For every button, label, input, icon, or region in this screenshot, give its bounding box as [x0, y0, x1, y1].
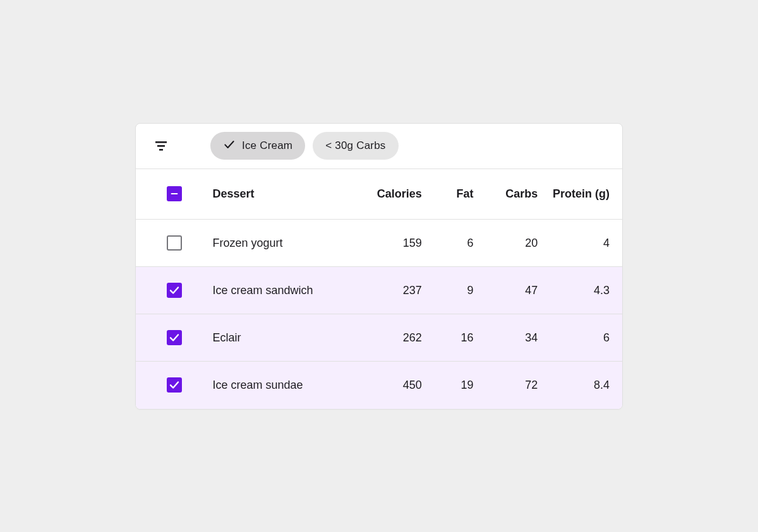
cell-carbs: 34 [473, 314, 538, 362]
cell-carbs: 72 [473, 362, 538, 409]
cell-carbs: 20 [473, 220, 538, 267]
table-row[interactable]: Eclair 262 16 34 6 [136, 314, 622, 362]
check-icon [223, 138, 236, 154]
row-checkbox[interactable] [167, 235, 182, 251]
row-checkbox[interactable] [167, 330, 182, 345]
cell-carbs: 47 [473, 267, 538, 314]
svg-rect-0 [155, 141, 167, 143]
table-header-row: Dessert Calories Fat Carbs Protein (g) [136, 169, 622, 220]
cell-dessert: Eclair [213, 314, 351, 362]
cell-calories: 262 [351, 314, 422, 362]
column-header-dessert[interactable]: Dessert [213, 169, 351, 220]
filter-icon[interactable] [153, 138, 169, 153]
column-header-fat[interactable]: Fat [422, 169, 474, 220]
row-checkbox[interactable] [167, 283, 182, 298]
cell-fat: 6 [422, 220, 474, 267]
cell-protein: 8.4 [538, 362, 622, 409]
cell-calories: 159 [351, 220, 422, 267]
cell-fat: 19 [422, 362, 474, 409]
cell-fat: 16 [422, 314, 474, 362]
cell-protein: 6 [538, 314, 622, 362]
row-checkbox[interactable] [167, 377, 182, 393]
cell-dessert: Ice cream sandwich [213, 267, 351, 314]
svg-rect-3 [171, 193, 177, 194]
cell-fat: 9 [422, 267, 474, 314]
cell-protein: 4 [538, 220, 622, 267]
chip-label: Ice Cream [242, 139, 292, 152]
svg-rect-2 [159, 149, 163, 151]
filter-chips: Ice Cream < 30g Carbs [210, 132, 399, 160]
table-row[interactable]: Ice cream sandwich 237 9 47 4.3 [136, 267, 622, 314]
column-header-calories[interactable]: Calories [351, 169, 422, 220]
table-toolbar: Ice Cream < 30g Carbs [136, 124, 622, 169]
filter-chip-ice-cream[interactable]: Ice Cream [210, 132, 305, 160]
cell-dessert: Frozen yogurt [213, 220, 351, 267]
cell-calories: 237 [351, 267, 422, 314]
table-row[interactable]: Ice cream sundae 450 19 72 8.4 [136, 362, 622, 409]
column-header-carbs[interactable]: Carbs [473, 169, 538, 220]
cell-protein: 4.3 [538, 267, 622, 314]
dessert-table: Dessert Calories Fat Carbs Protein (g) F… [136, 169, 622, 409]
data-table-card: Ice Cream < 30g Carbs [135, 123, 623, 410]
cell-calories: 450 [351, 362, 422, 409]
svg-rect-1 [157, 145, 165, 147]
cell-dessert: Ice cream sundae [213, 362, 351, 409]
select-all-checkbox[interactable] [167, 186, 182, 201]
column-header-protein[interactable]: Protein (g) [538, 169, 622, 220]
filter-chip-low-carbs[interactable]: < 30g Carbs [313, 132, 398, 160]
chip-label: < 30g Carbs [325, 139, 385, 152]
table-row[interactable]: Frozen yogurt 159 6 20 4 [136, 220, 622, 267]
